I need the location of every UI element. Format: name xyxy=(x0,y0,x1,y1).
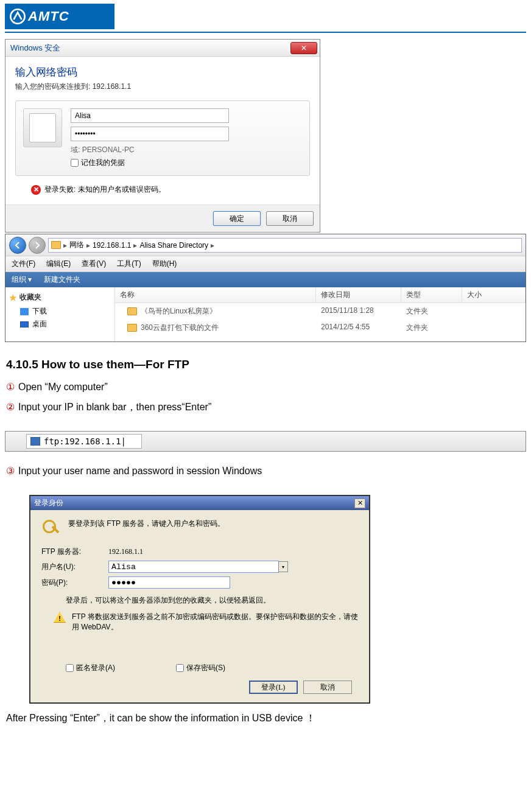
avatar-icon xyxy=(23,108,62,147)
dialog-title: Windows 安全 xyxy=(10,43,60,54)
sidebar-desktop[interactable]: 桌面 xyxy=(9,318,111,331)
ftp-address-text: ftp:192.168.1.1| xyxy=(44,436,126,446)
sidebar-downloads[interactable]: 下载 xyxy=(9,305,111,318)
document-section2: ③Input your user name and password in se… xyxy=(0,455,531,491)
error-icon: ✕ xyxy=(31,185,41,195)
col-size[interactable]: 大小 xyxy=(462,287,526,303)
star-icon: ★ xyxy=(9,293,17,303)
password-input[interactable] xyxy=(71,127,229,141)
folder-icon xyxy=(127,307,137,315)
anon-checkbox[interactable] xyxy=(66,664,74,672)
ftp-note: 登录后，可以将这个服务器添加到您的收藏夹，以便轻易返回。 xyxy=(66,595,358,606)
list-row[interactable]: 《鸟哥的Linux私房菜》 2015/11/18 1:28 文件夹 xyxy=(115,303,526,320)
login-button[interactable]: 登录(L) xyxy=(249,681,298,694)
ftp-intro-text: 要登录到该 FTP 服务器，请键入用户名和密码。 xyxy=(68,519,225,538)
warning-icon: ! xyxy=(54,612,66,623)
row1-type: 文件夹 xyxy=(401,321,462,334)
section-heading: 4.10.5 How to use them—For FTP xyxy=(6,358,525,371)
cancel-button[interactable]: 取消 xyxy=(303,681,352,694)
credential-fields: 域: PERSONAL-PC 记住我的凭据 xyxy=(71,108,302,168)
logo-text: AMTC xyxy=(28,9,69,24)
savepass-checkbox-row[interactable]: 保存密码(S) xyxy=(176,663,225,673)
favorites-label: 收藏夹 xyxy=(19,292,41,303)
list-header: 名称 修改日期 类型 大小 xyxy=(115,287,526,303)
computer-icon xyxy=(30,437,40,446)
close-button[interactable]: ✕ xyxy=(290,42,317,54)
folder-icon xyxy=(51,241,61,249)
ftp-server-row: FTP 服务器: 192.168.1.1 xyxy=(41,547,358,557)
step-2: ②Input your IP in blank bar，then press“E… xyxy=(6,401,525,414)
ftp-title-text: 登录身份 xyxy=(34,498,63,508)
ftp-server-label: FTP 服务器: xyxy=(41,547,108,557)
row0-date: 2015/11/18 1:28 xyxy=(316,305,401,318)
circled-2: ② xyxy=(6,402,15,412)
breadcrumb-sep: ▸ xyxy=(211,241,214,250)
forward-button[interactable] xyxy=(29,237,46,254)
savepass-checkbox[interactable] xyxy=(176,664,184,672)
ftp-pass-label: 密码(P): xyxy=(41,578,108,588)
final-line: After Pressing “Enter”，it can be show th… xyxy=(6,712,525,725)
col-date[interactable]: 修改日期 xyxy=(316,287,401,303)
logo-glyph-icon xyxy=(10,9,26,24)
dialog-titlebar[interactable]: Windows 安全 ✕ xyxy=(5,40,320,57)
menu-help[interactable]: 帮助(H) xyxy=(152,259,177,269)
ftp-intro-row: 要登录到该 FTP 服务器，请键入用户名和密码。 xyxy=(41,519,358,538)
ftp-address-input[interactable]: ftp:192.168.1.1| xyxy=(26,434,142,449)
favorites-group: ★ 收藏夹 下载 桌面 xyxy=(9,292,111,331)
dialog-body: 输入网络密码 输入您的密码来连接到: 192.168.1.1 域: PERSON… xyxy=(5,57,320,205)
menu-edit[interactable]: 编辑(E) xyxy=(46,259,71,269)
address-bar[interactable]: ▸ 网络 ▸ 192.168.1.1 ▸ Alisa Share Directo… xyxy=(48,238,522,253)
domain-label: 域: PERSONAL-PC xyxy=(71,145,302,155)
dialog-subtext: 输入您的密码来连接到: 192.168.1.1 xyxy=(15,82,310,92)
ftp-pass-row: 密码(P): xyxy=(41,576,358,589)
username-input[interactable] xyxy=(71,108,229,123)
row1-name: 360云盘打包下载的文件 xyxy=(141,323,219,333)
col-type[interactable]: 类型 xyxy=(401,287,462,303)
download-icon xyxy=(20,308,29,315)
ftp-titlebar[interactable]: 登录身份 ✕ xyxy=(30,496,369,510)
back-button[interactable] xyxy=(9,237,26,254)
cancel-button[interactable]: 取消 xyxy=(266,211,314,226)
row1-size xyxy=(462,321,526,334)
step-1: ①Open “My computer” xyxy=(6,381,525,393)
credential-box: 域: PERSONAL-PC 记住我的凭据 xyxy=(15,100,310,176)
menu-tools[interactable]: 工具(T) xyxy=(117,259,141,269)
crumb-2[interactable]: Alisa Share Directory xyxy=(139,241,208,250)
explorer-menubar: 文件(F) 编辑(E) 查看(V) 工具(T) 帮助(H) xyxy=(5,256,526,272)
menu-view[interactable]: 查看(V) xyxy=(82,259,106,269)
breadcrumb-sep: ▸ xyxy=(133,241,137,250)
ok-button[interactable]: 确定 xyxy=(213,211,261,226)
dropdown-icon[interactable]: ▾ xyxy=(278,561,288,572)
remember-checkbox-row[interactable]: 记住我的凭据 xyxy=(71,158,302,168)
ftp-pass-input[interactable] xyxy=(108,576,230,589)
anon-checkbox-row[interactable]: 匿名登录(A) xyxy=(66,663,115,673)
favorites-title[interactable]: ★ 收藏夹 xyxy=(9,292,111,303)
close-button[interactable]: ✕ xyxy=(354,499,365,508)
row1-date: 2014/12/5 4:55 xyxy=(316,321,401,334)
col-name[interactable]: 名称 xyxy=(115,287,316,303)
step-3: ③Input your user name and password in se… xyxy=(6,465,525,477)
toolbar-newfolder[interactable]: 新建文件夹 xyxy=(44,275,80,285)
step2-text: Input your IP in blank bar，then press“En… xyxy=(18,402,211,412)
remember-label: 记住我的凭据 xyxy=(81,158,125,168)
ftp-user-input[interactable] xyxy=(108,561,279,573)
circled-1: ① xyxy=(6,382,15,392)
explorer-list: 名称 修改日期 类型 大小 《鸟哥的Linux私房菜》 2015/11/18 1… xyxy=(115,287,526,341)
ftp-footer: 登录(L) 取消 xyxy=(41,681,358,694)
arrow-left-icon xyxy=(14,242,21,249)
desktop-label: 桌面 xyxy=(32,319,47,329)
dialog-heading: 输入网络密码 xyxy=(15,65,310,79)
crumb-0[interactable]: 网络 xyxy=(69,240,84,250)
logo-header: AMTC xyxy=(5,4,114,29)
ftp-checkbox-row: 匿名登录(A) 保存密码(S) xyxy=(66,663,358,673)
circled-3: ③ xyxy=(6,466,15,476)
step1-text: Open “My computer” xyxy=(18,382,108,392)
toolbar-organize[interactable]: 组织 ▾ xyxy=(12,275,32,285)
menu-file[interactable]: 文件(F) xyxy=(12,259,35,269)
anon-label: 匿名登录(A) xyxy=(76,663,115,673)
crumb-1[interactable]: 192.168.1.1 xyxy=(93,241,131,250)
downloads-label: 下载 xyxy=(32,306,47,317)
remember-checkbox[interactable] xyxy=(71,159,79,167)
list-row[interactable]: 360云盘打包下载的文件 2014/12/5 4:55 文件夹 xyxy=(115,320,526,336)
explorer-body: ★ 收藏夹 下载 桌面 名称 修改日期 类型 大小 xyxy=(5,287,526,341)
